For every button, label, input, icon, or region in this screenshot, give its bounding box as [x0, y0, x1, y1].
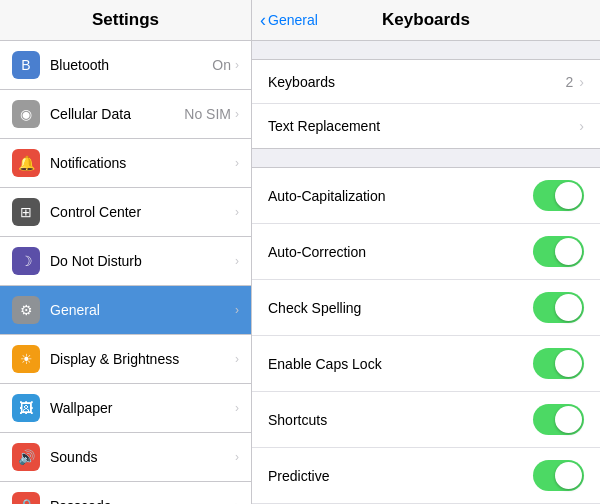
back-chevron-icon: ‹	[260, 10, 266, 31]
sidebar-label-control: Control Center	[50, 204, 235, 220]
main-header: ‹ General Keyboards	[252, 0, 600, 41]
toggle-knob-auto_correct	[555, 238, 582, 265]
sidebar-chevron-display: ›	[235, 352, 239, 366]
row-predictive[interactable]: Predictive	[252, 448, 600, 504]
row-label-caps_lock: Enable Caps Lock	[268, 356, 533, 372]
sidebar-item-general[interactable]: ⚙General›	[0, 286, 251, 335]
row-chevron-text_replacement: ›	[579, 118, 584, 134]
sidebar-label-cellular: Cellular Data	[50, 106, 184, 122]
toggle-knob-caps_lock	[555, 350, 582, 377]
sounds-icon: 🔊	[12, 443, 40, 471]
row-check_spelling[interactable]: Check Spelling	[252, 280, 600, 336]
back-label: General	[268, 12, 318, 28]
general-icon: ⚙	[12, 296, 40, 324]
sidebar-item-control[interactable]: ⊞Control Center›	[0, 188, 251, 237]
display-icon: ☀	[12, 345, 40, 373]
sidebar-value-cellular: No SIM	[184, 106, 231, 122]
row-label-predictive: Predictive	[268, 468, 533, 484]
main-panel-title: Keyboards	[382, 10, 470, 30]
sidebar-item-notifications[interactable]: 🔔Notifications›	[0, 139, 251, 188]
dnd-icon: ☽	[12, 247, 40, 275]
sidebar-label-sounds: Sounds	[50, 449, 235, 465]
sidebar-item-dnd[interactable]: ☽Do Not Disturb›	[0, 237, 251, 286]
row-value-keyboards: 2	[566, 74, 574, 90]
sidebar-item-sounds[interactable]: 🔊Sounds›	[0, 433, 251, 482]
sidebar-chevron-wallpaper: ›	[235, 401, 239, 415]
passcode-icon: 🔒	[12, 492, 40, 504]
keyboards-group: Keyboards2›Text Replacement›	[252, 59, 600, 149]
row-caps_lock[interactable]: Enable Caps Lock	[252, 336, 600, 392]
toggles-group: Auto-CapitalizationAuto-CorrectionCheck …	[252, 167, 600, 504]
sidebar: Settings BBluetoothOn›◉Cellular DataNo S…	[0, 0, 252, 504]
sidebar-title: Settings	[0, 0, 251, 41]
row-keyboards[interactable]: Keyboards2›	[252, 60, 600, 104]
row-auto_cap[interactable]: Auto-Capitalization	[252, 168, 600, 224]
toggle-shortcuts[interactable]	[533, 404, 584, 435]
sidebar-label-wallpaper: Wallpaper	[50, 400, 235, 416]
row-label-auto_correct: Auto-Correction	[268, 244, 533, 260]
sidebar-chevron-cellular: ›	[235, 107, 239, 121]
sidebar-label-passcode: Passcode	[50, 498, 235, 504]
row-label-shortcuts: Shortcuts	[268, 412, 533, 428]
sidebar-chevron-sounds: ›	[235, 450, 239, 464]
sidebar-label-notifications: Notifications	[50, 155, 235, 171]
sidebar-chevron-bluetooth: ›	[235, 58, 239, 72]
bluetooth-icon: B	[12, 51, 40, 79]
toggle-predictive[interactable]	[533, 460, 584, 491]
toggle-check_spelling[interactable]	[533, 292, 584, 323]
sidebar-label-bluetooth: Bluetooth	[50, 57, 212, 73]
row-text_replacement[interactable]: Text Replacement›	[252, 104, 600, 148]
control-icon: ⊞	[12, 198, 40, 226]
toggle-auto_correct[interactable]	[533, 236, 584, 267]
cellular-icon: ◉	[12, 100, 40, 128]
toggle-knob-check_spelling	[555, 294, 582, 321]
toggle-auto_cap[interactable]	[533, 180, 584, 211]
sidebar-label-dnd: Do Not Disturb	[50, 253, 235, 269]
toggle-knob-shortcuts	[555, 406, 582, 433]
row-label-auto_cap: Auto-Capitalization	[268, 188, 533, 204]
sidebar-item-passcode[interactable]: 🔒Passcode›	[0, 482, 251, 504]
sidebar-chevron-general: ›	[235, 303, 239, 317]
sidebar-label-general: General	[50, 302, 235, 318]
row-label-text_replacement: Text Replacement	[268, 118, 579, 134]
row-label-check_spelling: Check Spelling	[268, 300, 533, 316]
row-shortcuts[interactable]: Shortcuts	[252, 392, 600, 448]
sidebar-item-display[interactable]: ☀Display & Brightness›	[0, 335, 251, 384]
sidebar-value-bluetooth: On	[212, 57, 231, 73]
sidebar-label-display: Display & Brightness	[50, 351, 235, 367]
main-panel: ‹ General Keyboards Keyboards2›Text Repl…	[252, 0, 600, 504]
sidebar-chevron-passcode: ›	[235, 499, 239, 504]
row-chevron-keyboards: ›	[579, 74, 584, 90]
sidebar-chevron-notifications: ›	[235, 156, 239, 170]
row-auto_correct[interactable]: Auto-Correction	[252, 224, 600, 280]
notifications-icon: 🔔	[12, 149, 40, 177]
row-label-keyboards: Keyboards	[268, 74, 566, 90]
sidebar-chevron-control: ›	[235, 205, 239, 219]
sidebar-item-cellular[interactable]: ◉Cellular DataNo SIM›	[0, 90, 251, 139]
sidebar-items-list: BBluetoothOn›◉Cellular DataNo SIM›🔔Notif…	[0, 41, 251, 504]
toggle-knob-predictive	[555, 462, 582, 489]
sidebar-chevron-dnd: ›	[235, 254, 239, 268]
toggle-caps_lock[interactable]	[533, 348, 584, 379]
sidebar-item-wallpaper[interactable]: 🖼Wallpaper›	[0, 384, 251, 433]
wallpaper-icon: 🖼	[12, 394, 40, 422]
toggle-knob-auto_cap	[555, 182, 582, 209]
back-button[interactable]: ‹ General	[260, 10, 318, 31]
sidebar-item-bluetooth[interactable]: BBluetoothOn›	[0, 41, 251, 90]
